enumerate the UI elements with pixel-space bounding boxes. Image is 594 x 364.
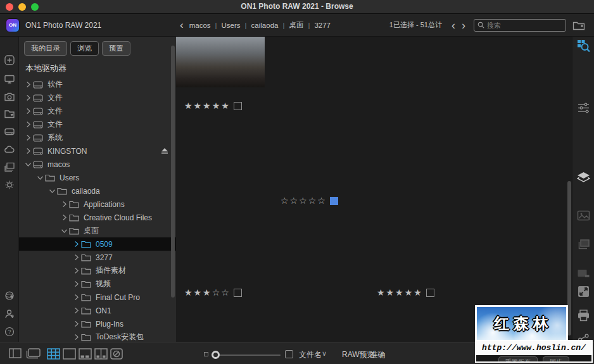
image-export-icon[interactable] [577, 267, 590, 280]
chevron-right-icon[interactable] [72, 254, 81, 261]
tree-label: Final Cut Pro [96, 293, 140, 302]
filename-checkbox[interactable] [285, 350, 293, 358]
chevron-right-icon[interactable] [60, 214, 69, 221]
breadcrumb-item[interactable]: 3277 [314, 22, 331, 29]
tree-row-folder[interactable]: Applications [19, 198, 176, 211]
color-label-box[interactable] [426, 289, 434, 297]
tree-row-drive[interactable]: 文件 [19, 118, 176, 131]
star-rating[interactable]: ★★★☆☆ [184, 287, 242, 298]
local-drives-icon[interactable] [4, 126, 15, 137]
tree-row-folder[interactable]: Plug-Ins [19, 317, 176, 330]
search-input[interactable] [487, 22, 557, 29]
chevron-right-icon[interactable] [72, 334, 81, 341]
layers-icon[interactable] [577, 171, 590, 184]
star-rating[interactable]: ★★★★★ [184, 100, 242, 111]
tree-row-drive[interactable]: 软件 [19, 78, 176, 91]
tree-row-folder[interactable]: 插件素材 [19, 264, 176, 277]
search-box[interactable] [474, 19, 566, 32]
breadcrumb-back-icon[interactable]: ‹ [180, 22, 184, 29]
chevron-down-icon[interactable] [47, 187, 57, 194]
thumbnail-size-slider-knob[interactable] [212, 351, 220, 359]
breadcrumb-item[interactable]: cailaoda [251, 22, 279, 29]
tree-row-folder[interactable]: Creative Cloud Files [19, 211, 176, 224]
stars[interactable]: ★★★☆☆ [184, 287, 231, 298]
chevron-right-icon[interactable] [72, 320, 81, 327]
camera-icon[interactable] [4, 91, 15, 103]
chevron-right-icon[interactable] [23, 121, 33, 128]
detail-view-icon[interactable] [63, 348, 76, 360]
compare-view-icon[interactable] [94, 348, 108, 360]
tree-row-folder[interactable]: ON1 [19, 304, 176, 317]
smart-organize-icon[interactable] [4, 179, 15, 191]
chevron-down-icon[interactable] [60, 227, 69, 234]
eject-icon[interactable] [161, 147, 168, 154]
stars[interactable]: ★★★★★ [184, 101, 231, 111]
duplicate-stack-icon[interactable] [577, 238, 590, 251]
cloud-storage-icon[interactable] [4, 144, 15, 155]
chevron-down-icon[interactable] [35, 174, 45, 181]
sidebar-scrollbar[interactable] [171, 46, 175, 298]
tree-row-folder[interactable]: cailaoda [19, 184, 176, 198]
color-label-box[interactable] [330, 197, 338, 205]
edit-sliders-icon[interactable] [577, 101, 590, 115]
header-bar: ON ON1 Photo RAW 2021 ‹ macos | Users | … [0, 14, 594, 37]
tree-row-folder[interactable]: 3277 [19, 251, 176, 264]
filename-dropdown-chevron-icon[interactable]: ∨ [322, 349, 327, 358]
help-icon[interactable]: ? [4, 326, 15, 337]
raw-preview-value[interactable]: 准确 [370, 349, 385, 360]
photo-thumbnail[interactable] [176, 37, 265, 87]
chevron-right-icon[interactable] [23, 147, 33, 154]
chevron-right-icon[interactable] [72, 307, 81, 314]
connected-services-icon[interactable] [4, 290, 15, 301]
filmstrip-view-icon[interactable] [79, 348, 92, 360]
albums-stack-icon[interactable] [4, 161, 15, 173]
chevron-right-icon[interactable] [23, 134, 33, 141]
map-view-icon[interactable] [110, 348, 123, 360]
tab-presets[interactable]: 预置 [102, 41, 130, 56]
tree-row-drive[interactable]: 系统 [19, 131, 176, 144]
star-rating[interactable]: ★★★★★ [377, 287, 434, 298]
resize-icon[interactable] [577, 285, 590, 298]
tab-browse[interactable]: 浏览 [70, 41, 99, 56]
thumbnail-size-slider[interactable] [215, 355, 281, 356]
color-label-box[interactable] [234, 102, 242, 110]
tree-row-folder-selected[interactable]: 0509 [19, 237, 176, 251]
tree-row-folder[interactable]: Users [19, 171, 176, 184]
tab-my-catalogs[interactable]: 我的目录 [24, 41, 67, 56]
chevron-right-icon[interactable] [23, 94, 33, 101]
photo-panel-icon[interactable] [577, 209, 590, 222]
tree-row-drive[interactable]: KINGSTON [19, 144, 176, 158]
stars[interactable]: ☆☆☆☆☆ [281, 196, 327, 206]
browser-windows-icon[interactable] [25, 348, 41, 359]
stars[interactable]: ★★★★★ [377, 287, 423, 298]
tree-row-drive[interactable]: 文件 [19, 91, 176, 104]
grid-view-icon[interactable] [47, 348, 60, 360]
chevron-right-icon[interactable] [72, 241, 81, 248]
tree-row-folder[interactable]: 视频 [19, 277, 176, 291]
chevron-right-icon[interactable] [72, 294, 81, 301]
this-mac-icon[interactable] [4, 73, 15, 85]
breadcrumb-item[interactable]: 桌面 [289, 20, 303, 30]
add-import-icon[interactable] [4, 54, 15, 66]
account-icon[interactable] [4, 308, 15, 320]
chevron-right-icon[interactable] [23, 108, 33, 115]
browse-mode-icon[interactable] [577, 39, 590, 53]
tree-row-drive[interactable]: macos [19, 158, 176, 171]
next-photo-button[interactable]: › [458, 21, 469, 30]
tree-row-drive[interactable]: 文件 [19, 104, 176, 118]
dual-pane-icon[interactable] [9, 348, 22, 358]
breadcrumb-item[interactable]: Users [222, 22, 241, 29]
chevron-right-icon[interactable] [60, 201, 69, 208]
star-rating[interactable]: ☆☆☆☆☆ [281, 195, 338, 206]
tree-row-folder[interactable]: Final Cut Pro [19, 291, 176, 304]
breadcrumb-item[interactable]: macos [189, 22, 211, 29]
tree-row-folder[interactable]: 桌面 [19, 224, 176, 237]
cataloged-folders-icon[interactable] [4, 108, 15, 120]
chevron-right-icon[interactable] [72, 280, 81, 287]
chevron-right-icon[interactable] [72, 267, 81, 274]
chevron-right-icon[interactable] [23, 81, 33, 88]
previous-photo-button[interactable]: ‹ [448, 21, 458, 30]
color-label-box[interactable] [234, 289, 242, 297]
chevron-down-icon[interactable] [23, 161, 33, 168]
new-folder-icon[interactable] [572, 20, 585, 30]
